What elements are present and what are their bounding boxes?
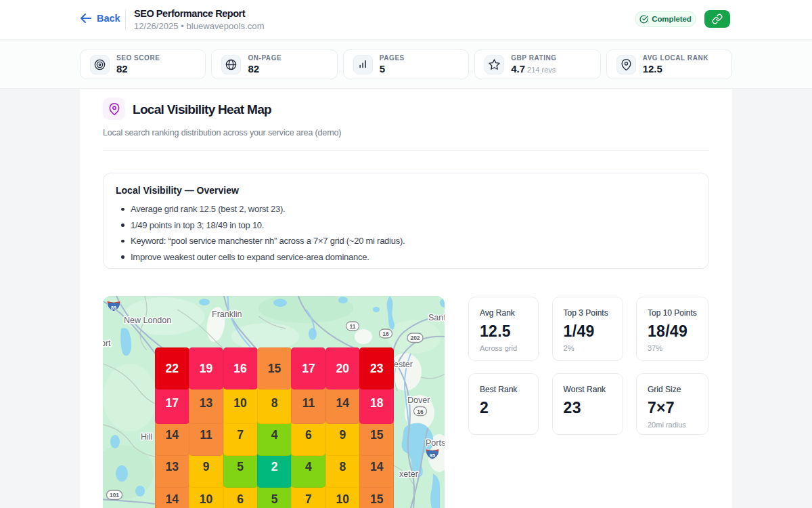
svg-text:ester: ester [394,360,413,369]
svg-text:16: 16 [382,331,389,337]
svg-text:Ports: Ports [426,438,445,448]
svg-text:Hill: Hill [141,432,152,442]
svg-text:11: 11 [350,323,356,330]
svg-text:202: 202 [410,335,420,341]
svg-text:101: 101 [110,492,119,499]
svg-text:ort: ort [103,339,111,348]
svg-text:New London: New London [124,316,171,325]
svg-text:95: 95 [430,453,435,458]
svg-text:Dover: Dover [407,396,430,405]
svg-text:16: 16 [417,408,424,415]
svg-text:89: 89 [111,305,116,310]
svg-text:Franklin: Franklin [212,310,242,319]
svg-text:Sanf: Sanf [428,313,445,322]
svg-text:xeter: xeter [399,469,418,479]
